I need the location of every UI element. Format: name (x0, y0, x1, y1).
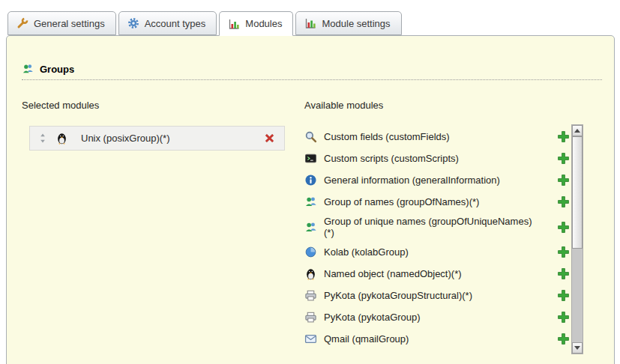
module-name: Group of unique names (groupOfUniqueName… (324, 216, 532, 238)
add-module-button[interactable] (557, 174, 570, 186)
selected-module-row[interactable]: Unix (posixGroup)(*) (29, 126, 285, 151)
available-module-row: Qmail (qmailGroup) (304, 331, 570, 347)
arrow-up-icon (574, 129, 580, 133)
script-icon (304, 152, 317, 165)
group-icon (304, 221, 317, 234)
wrench-icon (16, 17, 28, 29)
available-modules-list: Custom fields (customFields) Custom scri… (304, 129, 570, 353)
heading-separator (22, 79, 602, 80)
plus-icon (557, 195, 570, 208)
tab-module-settings[interactable]: Module settings (295, 11, 401, 35)
available-modules-scrollbar[interactable] (571, 124, 583, 354)
kolab-icon (304, 246, 317, 258)
magnifier-icon (304, 130, 317, 143)
group-icon (304, 195, 317, 208)
plus-icon (557, 333, 570, 345)
module-name: PyKota (pykotaGroup) (324, 312, 532, 323)
remove-module-button[interactable] (263, 132, 276, 145)
module-name: Group of names (groupOfNames)(*) (324, 196, 532, 207)
tab-modules[interactable]: Modules (219, 11, 293, 36)
available-module-row: Custom scripts (customScripts) (304, 151, 570, 166)
tab-label: Account types (145, 18, 206, 29)
available-module-row: PyKota (pykotaGroupStructural)(*) (304, 288, 570, 303)
arrow-down-icon (574, 346, 580, 350)
tux-icon (55, 132, 68, 145)
plus-icon (557, 221, 570, 234)
scroll-down-button[interactable] (572, 342, 583, 354)
page-title-text: Groups (40, 64, 74, 75)
add-module-button[interactable] (557, 221, 570, 234)
available-module-row: Group of unique names (groupOfUniqueName… (304, 216, 570, 238)
available-module-row: Named object (namedObject)(*) (304, 266, 570, 282)
plus-icon (557, 130, 570, 143)
plus-icon (557, 152, 570, 165)
available-module-row: PyKota (pykotaGroup) (304, 309, 570, 325)
module-name: Custom scripts (customScripts) (324, 153, 532, 164)
plus-icon (557, 174, 570, 186)
module-name: General information (generalInformation) (324, 175, 532, 186)
add-module-button[interactable] (557, 267, 570, 280)
available-module-row: Custom fields (customFields) (304, 129, 570, 145)
add-module-button[interactable] (557, 289, 570, 302)
plus-icon (557, 246, 570, 258)
add-module-button[interactable] (557, 195, 570, 208)
scroll-up-button[interactable] (572, 125, 583, 136)
module-name: Qmail (qmailGroup) (324, 333, 532, 345)
sort-handle-icon[interactable] (38, 133, 47, 144)
plus-icon (557, 311, 570, 324)
printer-icon (304, 289, 317, 302)
add-module-button[interactable] (557, 333, 570, 345)
plus-icon (557, 267, 570, 280)
module-settings-chart-icon (304, 17, 316, 29)
tux-icon (304, 267, 317, 280)
selected-modules-label: Selected modules (22, 100, 99, 111)
module-name: Kolab (kolabGroup) (324, 246, 532, 258)
add-module-button[interactable] (557, 246, 570, 258)
available-module-row: Group of names (groupOfNames)(*) (304, 194, 570, 210)
tab-general-settings[interactable]: General settings (7, 11, 116, 35)
tab-account-types[interactable]: Account types (118, 11, 217, 35)
add-module-button[interactable] (557, 152, 570, 165)
groups-icon (22, 63, 34, 75)
gear-icon (127, 17, 139, 29)
tab-label: Module settings (322, 18, 390, 29)
printer-icon (304, 311, 317, 324)
module-name: Named object (namedObject)(*) (324, 268, 532, 279)
add-module-button[interactable] (557, 130, 570, 143)
delete-icon (263, 132, 276, 145)
tab-label: Modules (245, 18, 282, 29)
tab-bar: General settings Account types Modules M… (7, 11, 402, 36)
scrollbar-track[interactable] (572, 136, 583, 342)
tab-label: General settings (34, 18, 105, 29)
modules-chart-icon (228, 18, 240, 30)
scrollbar-thumb[interactable] (572, 136, 583, 249)
selected-module-name: Unix (posixGroup)(*) (81, 133, 169, 144)
module-name: Custom fields (customFields) (324, 131, 532, 142)
plus-icon (557, 289, 570, 302)
add-module-button[interactable] (557, 311, 570, 324)
mail-icon (304, 333, 317, 345)
page-title: Groups (22, 63, 74, 75)
content-panel: Groups Selected modules Unix (posixGroup… (6, 35, 615, 364)
available-module-row: General information (generalInformation) (304, 172, 570, 188)
available-module-row: Kolab (kolabGroup) (304, 244, 570, 260)
module-name: PyKota (pykotaGroupStructural)(*) (324, 290, 532, 301)
info-icon (304, 174, 317, 186)
available-modules-label: Available modules (304, 100, 383, 111)
